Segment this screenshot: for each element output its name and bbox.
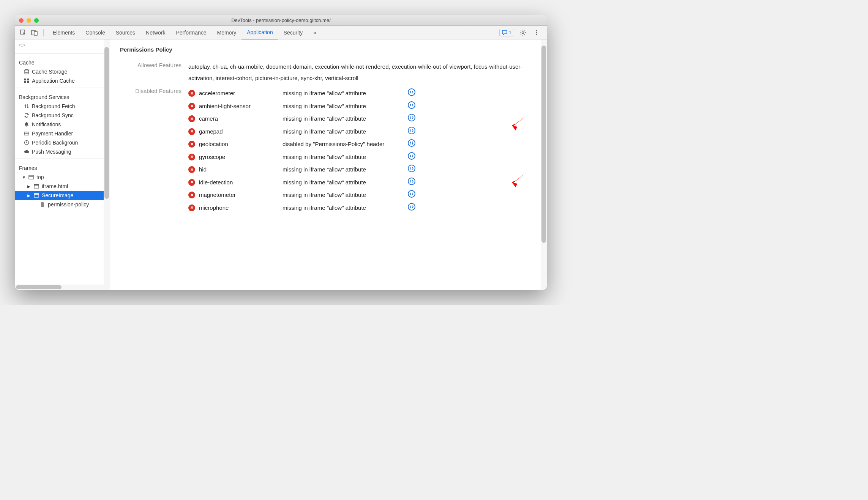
tab-application[interactable]: Application xyxy=(241,26,278,39)
svg-rect-16 xyxy=(29,175,33,179)
svg-point-3 xyxy=(522,31,524,33)
tab-sources[interactable]: Sources xyxy=(110,26,140,39)
main-scrollbar-thumb[interactable] xyxy=(541,46,546,243)
code-link-icon xyxy=(408,114,415,121)
tab-performance[interactable]: Performance xyxy=(170,26,211,39)
disabled-feature-row: idle-detectionmissing in iframe "allow" … xyxy=(188,176,537,189)
issues-count: 1 xyxy=(509,30,511,35)
device-toolbar-icon[interactable] xyxy=(30,28,39,38)
disabled-feature-row: ambient-light-sensormissing in iframe "a… xyxy=(188,100,537,113)
reveal-in-elements-button[interactable] xyxy=(408,165,419,172)
svg-rect-10 xyxy=(27,79,29,80)
tab-memory[interactable]: Memory xyxy=(212,26,242,39)
main-panel[interactable]: Permissions Policy Allowed Features auto… xyxy=(110,39,547,290)
sidebar-item-payment-handler[interactable]: Payment Handler xyxy=(15,129,110,138)
disabled-feature-row: hidmissing in iframe "allow" attribute xyxy=(188,163,537,176)
divider xyxy=(15,159,110,159)
sidebar-scrollbar[interactable] xyxy=(104,39,110,290)
reveal-in-elements-button[interactable] xyxy=(408,101,419,109)
sidebar-hscrollbar[interactable] xyxy=(15,285,104,290)
reveal-in-elements-button[interactable] xyxy=(408,88,419,96)
main-scrollbar[interactable] xyxy=(541,39,547,290)
sidebar-section-background-services: Background Services xyxy=(15,90,110,102)
devtools-body: Cache Cache Storage Application Cache Ba… xyxy=(15,39,547,290)
sidebar-item-periodic-background[interactable]: Periodic Backgroun xyxy=(15,138,110,147)
sidebar-item-cache-storage[interactable]: Cache Storage xyxy=(15,67,110,76)
reveal-in-elements-button[interactable] xyxy=(408,178,419,185)
divider xyxy=(15,88,110,88)
sidebar-item-label: Notifications xyxy=(32,121,61,127)
database-icon xyxy=(24,69,30,75)
more-tabs-button[interactable]: » xyxy=(308,26,322,39)
error-x-icon xyxy=(188,115,195,122)
tab-security[interactable]: Security xyxy=(278,26,308,39)
tab-console[interactable]: Console xyxy=(80,26,110,39)
sidebar-scrollbar-thumb[interactable] xyxy=(104,47,109,199)
toolbar-right: 1 xyxy=(499,28,544,38)
error-x-icon xyxy=(188,141,195,148)
feature-reason: disabled by "Permissions-Policy" header xyxy=(282,139,404,149)
sidebar-item-label: Background Sync xyxy=(32,112,74,118)
devtools-window: DevTools - permission-policy-demo.glitch… xyxy=(15,15,547,290)
svg-point-6 xyxy=(536,34,537,35)
feature-reason: missing in iframe "allow" attribute xyxy=(282,88,404,98)
sidebar-unknown-item[interactable] xyxy=(15,42,110,51)
maximize-window-button[interactable] xyxy=(34,18,39,23)
feature-name: magnetometer xyxy=(199,190,279,200)
sidebar-item-label: Periodic Backgroun xyxy=(32,140,78,146)
sync-icon xyxy=(24,112,30,118)
issues-button[interactable]: 1 xyxy=(499,29,514,36)
error-x-icon xyxy=(188,154,195,160)
devtools-toolbar: Elements Console Sources Network Perform… xyxy=(15,26,547,39)
svg-rect-2 xyxy=(34,31,37,35)
sidebar-item-notifications[interactable]: Notifications xyxy=(15,120,110,129)
reveal-in-elements-button[interactable] xyxy=(408,114,419,121)
feature-name: camera xyxy=(199,114,279,124)
feature-reason: missing in iframe "allow" attribute xyxy=(282,101,404,111)
more-menu-icon[interactable] xyxy=(532,28,541,38)
code-link-icon xyxy=(408,190,415,198)
tab-elements[interactable]: Elements xyxy=(47,26,80,39)
reveal-in-elements-button[interactable] xyxy=(408,127,419,134)
expand-arrow-icon[interactable]: ▶ xyxy=(27,184,31,189)
frame-label: top xyxy=(36,174,44,180)
reveal-in-elements-button[interactable] xyxy=(408,190,419,198)
close-window-button[interactable] xyxy=(19,18,24,23)
frame-tree-iframe[interactable]: ▶ iframe.html xyxy=(15,182,110,191)
frame-icon xyxy=(33,183,39,189)
allowed-features-row: Allowed Features autoplay, ch-ua, ch-ua-… xyxy=(120,61,537,84)
window-controls xyxy=(19,18,39,23)
frame-label: iframe.html xyxy=(42,183,68,189)
svg-rect-14 xyxy=(24,133,29,134)
grid-icon xyxy=(24,78,30,84)
sidebar-item-background-fetch[interactable]: Background Fetch xyxy=(15,102,110,111)
settings-icon[interactable] xyxy=(518,28,528,38)
file-icon xyxy=(39,201,46,208)
sidebar-item-label: Payment Handler xyxy=(32,131,73,137)
sidebar-hscrollbar-thumb[interactable] xyxy=(16,285,62,289)
frame-tree-top[interactable]: ▼ top xyxy=(15,173,110,182)
code-link-icon xyxy=(408,88,415,96)
reveal-in-elements-button[interactable] xyxy=(408,203,419,211)
reveal-in-elements-button[interactable] xyxy=(408,152,419,160)
application-sidebar[interactable]: Cache Cache Storage Application Cache Ba… xyxy=(15,39,110,290)
tab-network[interactable]: Network xyxy=(140,26,170,39)
inspect-element-icon[interactable] xyxy=(18,28,28,38)
divider xyxy=(15,53,110,53)
sidebar-item-push-messaging[interactable]: Push Messaging xyxy=(15,147,110,156)
sidebar-item-application-cache[interactable]: Application Cache xyxy=(15,76,110,85)
chat-icon xyxy=(502,30,507,35)
expand-arrow-icon[interactable]: ▶ xyxy=(27,193,31,198)
error-x-icon xyxy=(188,166,195,173)
minimize-window-button[interactable] xyxy=(27,18,31,23)
reveal-in-network-button[interactable] xyxy=(408,139,419,147)
window-title: DevTools - permission-policy-demo.glitch… xyxy=(231,17,331,23)
feature-reason: missing in iframe "allow" attribute xyxy=(282,127,404,137)
sidebar-item-background-sync[interactable]: Background Sync xyxy=(15,111,110,120)
disabled-feature-row: geolocationdisabled by "Permissions-Poli… xyxy=(188,138,537,151)
expand-arrow-icon[interactable]: ▼ xyxy=(22,175,26,179)
frame-tree-secureimage[interactable]: ▶ SecureImage xyxy=(15,191,110,200)
disabled-feature-row: cameramissing in iframe "allow" attribut… xyxy=(188,112,537,125)
cloud-icon xyxy=(24,149,30,155)
frame-tree-permission-policy[interactable]: permission-policy xyxy=(15,200,110,209)
